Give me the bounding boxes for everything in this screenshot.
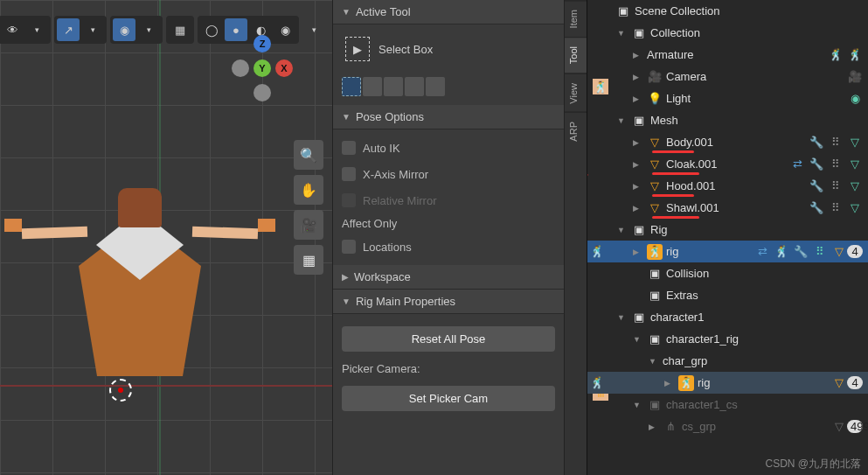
outliner-row[interactable]: ▼▣Collection xyxy=(587,22,868,44)
item-modifiers: ⇄🔧⠿▽ xyxy=(789,157,863,171)
outliner-row[interactable]: ▼▣Mesh xyxy=(587,109,868,131)
item-label: Cloak.001 xyxy=(666,157,786,171)
tool-name: Select Box xyxy=(378,43,433,56)
outliner-row[interactable]: ▼▣character1_cs xyxy=(587,394,868,416)
outliner-row[interactable]: ▶⋔cs_grp▽499 xyxy=(587,416,868,437)
persp-button[interactable]: ▦ xyxy=(294,245,323,275)
panel-rig-main-header[interactable]: ▼Rig Main Properties⠿ xyxy=(333,290,564,314)
select-mode-subtract[interactable] xyxy=(384,77,403,96)
shading-dropdown[interactable]: ▾ xyxy=(302,18,325,41)
overlay-toggle[interactable]: ◉ xyxy=(113,18,135,41)
item-modifiers: ▽499 xyxy=(831,420,863,433)
panel-active-tool-header[interactable]: ▼Active Tool⠿ xyxy=(333,0,564,24)
reset-pose-button[interactable]: Reset All Pose xyxy=(342,326,555,352)
item-label: Collision xyxy=(666,267,859,280)
disclosure-icon[interactable]: ▼ xyxy=(617,226,628,234)
select-mode-new[interactable] xyxy=(342,77,361,96)
gizmo-toggle[interactable]: ↗ xyxy=(57,18,80,41)
outliner-row[interactable]: ▣Scene Collection xyxy=(587,0,868,22)
outliner-row[interactable]: ▼⋔char_grp xyxy=(587,350,868,372)
tab-item[interactable]: Item xyxy=(565,0,587,37)
disclosure-icon[interactable]: ▶ xyxy=(633,51,643,59)
panel-title: Rig Main Properties xyxy=(356,295,455,308)
outliner-row[interactable]: 🕺▶🕺rig⇄🕺🔧⠿▽4 xyxy=(587,241,868,262)
affect-only-label: Affect Only xyxy=(342,217,555,230)
outliner-row[interactable]: ▶💡Light◉ xyxy=(587,87,868,109)
overlay-dropdown[interactable]: ▾ xyxy=(137,18,160,41)
zoom-button[interactable]: 🔍 xyxy=(294,140,323,170)
disclosure-icon[interactable]: ▼ xyxy=(617,29,628,38)
gizmo-x[interactable]: X xyxy=(275,59,293,77)
item-modifiers: 🔧⠿▽ xyxy=(809,201,863,214)
shading-wireframe[interactable]: ◯ xyxy=(200,18,223,41)
camera-button[interactable]: 🎥 xyxy=(294,210,323,240)
xmirror-check[interactable]: X-Axis Mirror xyxy=(342,164,555,184)
auto-ik-check[interactable]: Auto IK xyxy=(342,138,555,157)
item-modifiers: ▽4 xyxy=(831,376,863,389)
outliner-row[interactable]: ▶🕺Armature🕺🕺 xyxy=(587,44,868,66)
disclosure-icon[interactable]: ▼ xyxy=(649,357,659,366)
gizmo-y[interactable]: Y xyxy=(253,59,271,77)
disclosure-icon[interactable]: ▼ xyxy=(633,401,643,409)
item-label: cs_grp xyxy=(682,420,828,433)
gizmo-neg2[interactable] xyxy=(253,84,271,101)
outliner-row[interactable]: ▶▽Shawl.001🔧⠿▽ xyxy=(587,197,868,219)
item-label: Collection xyxy=(650,26,859,39)
disclosure-icon[interactable]: ▶ xyxy=(633,94,643,103)
disclosure-icon[interactable]: ▶ xyxy=(633,204,643,213)
outliner-row[interactable]: ▶▽Body.001🔧⠿▽ xyxy=(587,131,868,153)
item-label: char_grp xyxy=(663,354,859,367)
gizmo-neg1[interactable] xyxy=(232,59,249,77)
outliner-row[interactable]: ▶▽Hood.001🔧⠿▽ xyxy=(587,175,868,197)
outliner-row[interactable]: ▼▣character1_rig xyxy=(587,328,868,350)
gizmo-z[interactable]: Z xyxy=(253,35,271,52)
item-modifiers: 🔧⠿▽ xyxy=(809,136,863,149)
panel-pose-options-header[interactable]: ▼Pose Options⠿ xyxy=(333,105,564,129)
disclosure-icon[interactable]: ▼ xyxy=(633,335,643,344)
viewport-3d[interactable]: 👁▾ ↗ ▾ ◉ ▾ ▦ ◯ ● ◐ ◉ ▾ Z Y X 🔍 ✋ 🎥 ▦ xyxy=(0,0,332,475)
disclosure-icon[interactable]: ▶ xyxy=(649,423,659,431)
set-picker-button[interactable]: Set Picker Cam xyxy=(342,386,555,411)
outliner-row[interactable]: ▣Collision xyxy=(587,262,868,284)
gizmo-dropdown[interactable]: ▾ xyxy=(81,18,104,41)
outliner[interactable]: ➔ CSDN @九月的北落 ▣Scene Collection▼▣Collect… xyxy=(587,0,868,475)
item-label: rig xyxy=(666,245,751,258)
select-mode-extend[interactable] xyxy=(363,77,382,96)
outliner-row[interactable]: ▶🎥Camera🎥 xyxy=(587,66,868,87)
select-mode-buttons xyxy=(342,77,555,96)
relmirror-check[interactable]: Relative Mirror xyxy=(342,191,555,210)
outliner-row[interactable]: ▼▣character1 xyxy=(587,306,868,328)
disclosure-icon[interactable]: ▼ xyxy=(617,313,628,322)
item-label: Light xyxy=(666,92,844,105)
pan-button[interactable]: ✋ xyxy=(294,175,323,205)
select-mode-intersect[interactable] xyxy=(426,77,445,96)
disclosure-icon[interactable]: ▶ xyxy=(633,73,643,81)
item-label: rig xyxy=(698,376,828,389)
outliner-row[interactable]: ▣Extras xyxy=(587,284,868,306)
item-label: character1_rig xyxy=(666,332,859,346)
tool-icon: ▶ xyxy=(345,37,370,61)
visibility-dropdown[interactable]: 👁▾ xyxy=(0,16,51,44)
locations-check[interactable]: Locations xyxy=(342,237,555,256)
nav-gizmo[interactable]: Z Y X xyxy=(232,35,293,96)
xray-toggle[interactable]: ▦ xyxy=(169,18,191,41)
outliner-row[interactable]: ▶▽Cloak.001⇄🔧⠿▽ xyxy=(587,153,868,175)
disclosure-icon[interactable]: ▶ xyxy=(664,379,675,388)
disclosure-icon[interactable]: ▶ xyxy=(633,182,643,191)
select-mode-invert[interactable] xyxy=(405,77,424,96)
panel-workspace-header[interactable]: ▶Workspace xyxy=(333,265,564,290)
disclosure-icon[interactable]: ▶ xyxy=(633,160,643,169)
outliner-row[interactable]: 🕺▶🕺rig▽4 xyxy=(587,372,868,394)
disclosure-icon[interactable]: ▶ xyxy=(633,138,643,147)
character-mesh xyxy=(52,192,227,385)
panel-title: Workspace xyxy=(354,270,411,283)
tab-arp[interactable]: ARP xyxy=(565,112,587,150)
outliner-row[interactable]: ▼▣Rig xyxy=(587,219,868,241)
n-panel: ▼Active Tool⠿ ▶ Select Box ▼Pose Options… xyxy=(332,0,564,475)
disclosure-icon[interactable]: ▼ xyxy=(617,116,628,125)
item-label: character1_cs xyxy=(666,398,859,411)
disclosure-icon[interactable]: ▶ xyxy=(633,248,643,256)
viewport-nav-buttons: 🔍 ✋ 🎥 ▦ xyxy=(294,140,323,275)
tab-view[interactable]: View xyxy=(565,73,587,113)
tab-tool[interactable]: Tool xyxy=(565,37,587,73)
